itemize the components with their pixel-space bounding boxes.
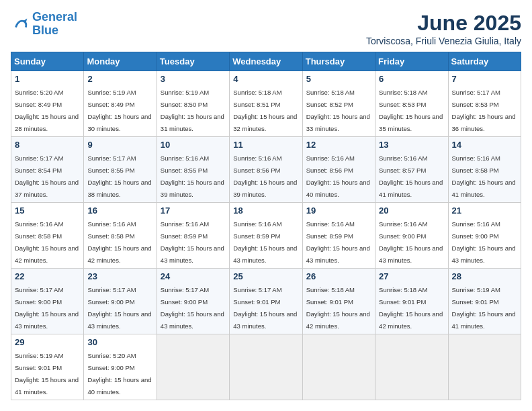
day-detail: Sunrise: 5:16 AMSunset: 8:58 PMDaylight:… — [87, 220, 151, 264]
day-number: 18 — [233, 205, 298, 216]
table-row: 4 Sunrise: 5:18 AMSunset: 8:51 PMDayligh… — [230, 71, 302, 137]
day-number: 21 — [452, 205, 517, 216]
day-detail: Sunrise: 5:16 AMSunset: 8:56 PMDaylight:… — [233, 154, 297, 198]
table-row: 16 Sunrise: 5:16 AMSunset: 8:58 PMDaylig… — [84, 203, 157, 269]
calendar-table: Sunday Monday Tuesday Wednesday Thursday… — [11, 52, 521, 400]
day-detail: Sunrise: 5:18 AMSunset: 8:51 PMDaylight:… — [233, 89, 297, 132]
day-detail: Sunrise: 5:19 AMSunset: 8:50 PMDaylight:… — [161, 89, 224, 132]
col-monday: Monday — [84, 52, 157, 71]
day-number: 26 — [306, 271, 371, 281]
day-number: 29 — [15, 337, 80, 347]
day-number: 6 — [379, 74, 444, 84]
table-row: 6 Sunrise: 5:18 AMSunset: 8:53 PMDayligh… — [375, 71, 448, 137]
table-row: 21 Sunrise: 5:16 AMSunset: 9:00 PMDaylig… — [448, 203, 521, 269]
table-row: 25 Sunrise: 5:17 AMSunset: 9:01 PMDaylig… — [230, 269, 302, 334]
table-row: 9 Sunrise: 5:17 AMSunset: 8:55 PMDayligh… — [84, 137, 157, 203]
day-detail: Sunrise: 5:17 AMSunset: 8:55 PMDaylight:… — [87, 154, 151, 198]
day-number: 3 — [161, 74, 226, 84]
logo: General Blue — [11, 11, 77, 38]
empty-cell — [157, 334, 229, 400]
table-row: 20 Sunrise: 5:16 AMSunset: 9:00 PMDaylig… — [375, 203, 448, 269]
table-row: 22 Sunrise: 5:17 AMSunset: 9:00 PMDaylig… — [11, 269, 84, 334]
calendar-header-row: Sunday Monday Tuesday Wednesday Thursday… — [11, 52, 521, 71]
day-number: 17 — [161, 205, 226, 216]
day-number: 15 — [15, 205, 80, 216]
table-row: 18 Sunrise: 5:16 AMSunset: 8:59 PMDaylig… — [230, 203, 302, 269]
day-number: 24 — [161, 271, 226, 281]
table-row: 1 Sunrise: 5:20 AMSunset: 8:49 PMDayligh… — [11, 71, 84, 137]
calendar-week-row: 1 Sunrise: 5:20 AMSunset: 8:49 PMDayligh… — [11, 71, 521, 137]
day-detail: Sunrise: 5:16 AMSunset: 9:00 PMDaylight:… — [452, 220, 516, 264]
day-detail: Sunrise: 5:16 AMSunset: 8:59 PMDaylight:… — [233, 220, 297, 264]
table-row: 13 Sunrise: 5:16 AMSunset: 8:57 PMDaylig… — [375, 137, 448, 203]
empty-cell — [375, 334, 448, 400]
day-detail: Sunrise: 5:16 AMSunset: 8:57 PMDaylight:… — [379, 154, 443, 198]
day-detail: Sunrise: 5:18 AMSunset: 8:52 PMDaylight:… — [306, 89, 370, 132]
day-number: 11 — [233, 140, 298, 150]
day-detail: Sunrise: 5:17 AMSunset: 8:53 PMDaylight:… — [452, 89, 516, 132]
table-row: 7 Sunrise: 5:17 AMSunset: 8:53 PMDayligh… — [448, 71, 521, 137]
day-number: 8 — [15, 140, 80, 150]
day-detail: Sunrise: 5:18 AMSunset: 9:01 PMDaylight:… — [306, 286, 370, 330]
location-title: Torviscosa, Friuli Venezia Giulia, Italy — [366, 36, 521, 46]
day-number: 27 — [379, 271, 444, 281]
calendar-week-row: 22 Sunrise: 5:17 AMSunset: 9:00 PMDaylig… — [11, 269, 521, 334]
day-number: 28 — [452, 271, 517, 281]
calendar-week-row: 15 Sunrise: 5:16 AMSunset: 8:58 PMDaylig… — [11, 203, 521, 269]
day-number: 20 — [379, 205, 444, 216]
table-row: 2 Sunrise: 5:19 AMSunset: 8:49 PMDayligh… — [84, 71, 157, 137]
table-row: 29 Sunrise: 5:19 AMSunset: 9:01 PMDaylig… — [11, 334, 84, 400]
day-number: 9 — [87, 140, 152, 150]
col-thursday: Thursday — [302, 52, 375, 71]
table-row: 8 Sunrise: 5:17 AMSunset: 8:54 PMDayligh… — [11, 137, 84, 203]
day-detail: Sunrise: 5:17 AMSunset: 9:01 PMDaylight:… — [233, 286, 297, 330]
day-number: 25 — [233, 271, 298, 281]
col-wednesday: Wednesday — [230, 52, 302, 71]
logo-text: General Blue — [32, 11, 77, 38]
table-row: 23 Sunrise: 5:17 AMSunset: 9:00 PMDaylig… — [84, 269, 157, 334]
day-detail: Sunrise: 5:17 AMSunset: 8:54 PMDaylight:… — [15, 154, 79, 198]
table-row: 11 Sunrise: 5:16 AMSunset: 8:56 PMDaylig… — [230, 137, 302, 203]
col-saturday: Saturday — [448, 52, 521, 71]
table-row: 30 Sunrise: 5:20 AMSunset: 9:00 PMDaylig… — [84, 334, 157, 400]
day-number: 4 — [233, 74, 298, 84]
page-header: General Blue June 2025 Torviscosa, Friul… — [11, 11, 521, 46]
day-number: 10 — [161, 140, 226, 150]
day-number: 7 — [452, 74, 517, 84]
empty-cell — [230, 334, 302, 400]
day-number: 30 — [87, 337, 152, 347]
day-number: 12 — [306, 140, 371, 150]
calendar-week-row: 8 Sunrise: 5:17 AMSunset: 8:54 PMDayligh… — [11, 137, 521, 203]
day-detail: Sunrise: 5:16 AMSunset: 9:00 PMDaylight:… — [379, 220, 443, 264]
day-number: 1 — [15, 74, 80, 84]
day-detail: Sunrise: 5:19 AMSunset: 9:01 PMDaylight:… — [15, 352, 79, 396]
day-detail: Sunrise: 5:16 AMSunset: 8:58 PMDaylight:… — [15, 220, 79, 264]
day-number: 23 — [87, 271, 152, 281]
table-row: 3 Sunrise: 5:19 AMSunset: 8:50 PMDayligh… — [157, 71, 229, 137]
calendar-week-row: 29 Sunrise: 5:19 AMSunset: 9:01 PMDaylig… — [11, 334, 521, 400]
month-title: June 2025 — [366, 11, 521, 36]
table-row: 12 Sunrise: 5:16 AMSunset: 8:56 PMDaylig… — [302, 137, 375, 203]
day-detail: Sunrise: 5:19 AMSunset: 9:01 PMDaylight:… — [452, 286, 516, 330]
day-detail: Sunrise: 5:18 AMSunset: 8:53 PMDaylight:… — [379, 89, 443, 132]
day-number: 13 — [379, 140, 444, 150]
table-row: 24 Sunrise: 5:17 AMSunset: 9:00 PMDaylig… — [157, 269, 229, 334]
day-detail: Sunrise: 5:17 AMSunset: 9:00 PMDaylight:… — [161, 286, 224, 330]
table-row: 26 Sunrise: 5:18 AMSunset: 9:01 PMDaylig… — [302, 269, 375, 334]
col-sunday: Sunday — [11, 52, 84, 71]
day-number: 2 — [87, 74, 152, 84]
table-row: 17 Sunrise: 5:16 AMSunset: 8:59 PMDaylig… — [157, 203, 229, 269]
logo-icon — [11, 15, 30, 34]
table-row: 14 Sunrise: 5:16 AMSunset: 8:58 PMDaylig… — [448, 137, 521, 203]
table-row: 15 Sunrise: 5:16 AMSunset: 8:58 PMDaylig… — [11, 203, 84, 269]
day-number: 19 — [306, 205, 371, 216]
day-detail: Sunrise: 5:16 AMSunset: 8:56 PMDaylight:… — [306, 154, 370, 198]
title-area: June 2025 Torviscosa, Friuli Venezia Giu… — [366, 11, 521, 46]
day-number: 5 — [306, 74, 371, 84]
day-detail: Sunrise: 5:16 AMSunset: 8:59 PMDaylight:… — [161, 220, 224, 264]
table-row: 28 Sunrise: 5:19 AMSunset: 9:01 PMDaylig… — [448, 269, 521, 334]
day-detail: Sunrise: 5:20 AMSunset: 9:00 PMDaylight:… — [87, 352, 151, 396]
col-friday: Friday — [375, 52, 448, 71]
table-row: 5 Sunrise: 5:18 AMSunset: 8:52 PMDayligh… — [302, 71, 375, 137]
day-detail: Sunrise: 5:18 AMSunset: 9:01 PMDaylight:… — [379, 286, 443, 330]
